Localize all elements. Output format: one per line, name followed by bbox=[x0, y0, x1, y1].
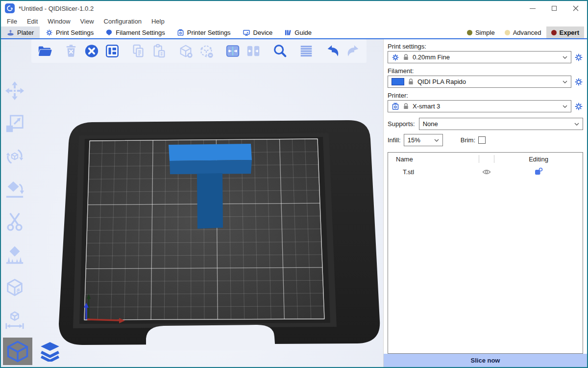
cut-button[interactable] bbox=[4, 211, 25, 233]
plater-icon bbox=[7, 29, 14, 36]
brim-checkbox[interactable] bbox=[478, 136, 486, 144]
minimize-button[interactable] bbox=[529, 5, 536, 12]
filament-combo[interactable]: QIDI PLA Rapido bbox=[388, 76, 571, 88]
brim-label: Brim: bbox=[461, 136, 475, 144]
object-list: Name Editing T.stl bbox=[388, 152, 583, 354]
scale-icon bbox=[4, 113, 25, 134]
maximize-button[interactable] bbox=[551, 5, 558, 12]
mode-expert[interactable]: Expert bbox=[546, 26, 584, 38]
split-parts-button[interactable] bbox=[245, 43, 262, 59]
delete-trash-icon bbox=[63, 43, 79, 59]
search-button[interactable] bbox=[271, 43, 288, 59]
seam-icon bbox=[4, 278, 25, 298]
supports-value: None bbox=[423, 120, 571, 128]
print-bed-scene[interactable] bbox=[1, 39, 383, 366]
3d-viewport[interactable] bbox=[1, 39, 383, 367]
printer-value: X-smart 3 bbox=[413, 103, 559, 110]
chevron-down-icon bbox=[563, 80, 567, 83]
left-toolbar bbox=[4, 80, 25, 332]
rotate-button[interactable] bbox=[4, 146, 25, 167]
menu-file[interactable]: File bbox=[2, 18, 22, 25]
printer-gear-button[interactable] bbox=[574, 102, 583, 111]
gear-icon bbox=[392, 53, 399, 61]
eye-icon[interactable] bbox=[482, 169, 491, 175]
arrange-icon bbox=[104, 43, 120, 59]
open-button[interactable] bbox=[36, 43, 53, 59]
mode-simple[interactable]: Simple bbox=[462, 26, 500, 38]
menu-view[interactable]: View bbox=[75, 18, 99, 25]
remove-instance-button[interactable] bbox=[198, 43, 215, 59]
print-settings-value: 0.20mm Fine bbox=[413, 53, 559, 61]
paste-icon bbox=[151, 43, 167, 59]
infill-combo[interactable]: 15% bbox=[404, 134, 443, 146]
redo-button[interactable] bbox=[345, 43, 362, 59]
printer-combo[interactable]: X-smart 3 bbox=[388, 100, 571, 112]
preview-layers-icon bbox=[39, 341, 61, 362]
undo-button[interactable] bbox=[324, 43, 341, 59]
paint-supports-icon bbox=[4, 245, 25, 265]
tab-filament-settings[interactable]: Filament Settings bbox=[99, 26, 171, 38]
seam-button[interactable] bbox=[4, 277, 25, 299]
paste-button[interactable] bbox=[151, 43, 168, 59]
arrange-button[interactable] bbox=[104, 43, 121, 59]
print-settings-gear-button[interactable] bbox=[574, 53, 583, 62]
measure-button[interactable] bbox=[4, 310, 25, 332]
supports-label: Supports: bbox=[388, 120, 415, 128]
printer-icon bbox=[392, 103, 399, 110]
mode-switcher: Simple Advanced Expert bbox=[462, 26, 587, 38]
cut-scissors-icon bbox=[4, 212, 25, 233]
delete-button[interactable] bbox=[63, 43, 79, 59]
menu-window[interactable]: Window bbox=[43, 18, 75, 25]
delete-all-icon bbox=[84, 43, 99, 59]
move-icon bbox=[4, 80, 25, 101]
tab-printer-settings[interactable]: Printer Settings bbox=[171, 26, 237, 38]
supports-combo[interactable]: None bbox=[419, 118, 583, 130]
search-icon bbox=[272, 43, 288, 59]
3d-view-cube-icon bbox=[5, 340, 30, 363]
app-logo-icon bbox=[5, 3, 15, 13]
object-row[interactable]: T.stl bbox=[388, 165, 583, 178]
scale-button[interactable] bbox=[4, 113, 25, 134]
simple-dot-icon bbox=[467, 30, 472, 35]
chevron-down-icon bbox=[563, 56, 567, 59]
preview-view-button[interactable] bbox=[35, 338, 65, 365]
filament-gear-button[interactable] bbox=[574, 78, 583, 86]
menu-help[interactable]: Help bbox=[147, 18, 170, 25]
chevron-down-icon bbox=[574, 123, 579, 126]
mode-advanced[interactable]: Advanced bbox=[500, 26, 546, 38]
advanced-dot-icon bbox=[505, 30, 510, 35]
slice-now-button[interactable]: Slice now bbox=[384, 354, 587, 367]
tab-plater[interactable]: Plater bbox=[1, 26, 40, 38]
menu-edit[interactable]: Edit bbox=[22, 18, 43, 25]
split-objects-button[interactable] bbox=[224, 43, 241, 59]
variable-layer-height-button[interactable] bbox=[298, 43, 315, 59]
infill-label: Infill: bbox=[388, 136, 401, 144]
tab-bar: Plater Print Settings Filament Settings … bbox=[1, 26, 587, 39]
tab-guide[interactable]: Guide bbox=[278, 26, 318, 38]
add-instance-button[interactable] bbox=[177, 43, 194, 59]
object-name: T.stl bbox=[388, 168, 479, 176]
edit-object-icon[interactable] bbox=[534, 167, 543, 176]
guide-books-icon bbox=[284, 29, 292, 36]
chevron-down-icon bbox=[563, 105, 567, 108]
menu-configuration[interactable]: Configuration bbox=[99, 18, 147, 25]
printer-icon bbox=[177, 29, 184, 36]
delete-all-button[interactable] bbox=[83, 43, 100, 59]
close-button[interactable] bbox=[572, 5, 579, 12]
printer-label: Printer: bbox=[388, 92, 583, 99]
window-title: *Untitled - QIDISlicer-1.0.2 bbox=[19, 5, 94, 12]
copy-button[interactable] bbox=[130, 43, 147, 59]
place-on-face-button[interactable] bbox=[4, 179, 25, 200]
undo-icon bbox=[325, 43, 341, 59]
tab-print-settings[interactable]: Print Settings bbox=[40, 26, 99, 38]
filament-label: Filament: bbox=[388, 67, 583, 75]
menu-bar: File Edit Window View Configuration Help bbox=[1, 16, 587, 26]
3d-editor-view-button[interactable] bbox=[3, 338, 32, 365]
lock-icon bbox=[408, 78, 414, 85]
move-button[interactable] bbox=[4, 80, 25, 102]
device-monitor-icon bbox=[243, 29, 250, 36]
print-settings-combo[interactable]: 0.20mm Fine bbox=[388, 51, 571, 63]
paint-supports-button[interactable] bbox=[4, 244, 25, 266]
tab-device[interactable]: Device bbox=[237, 26, 279, 38]
split-parts-icon bbox=[245, 43, 261, 59]
